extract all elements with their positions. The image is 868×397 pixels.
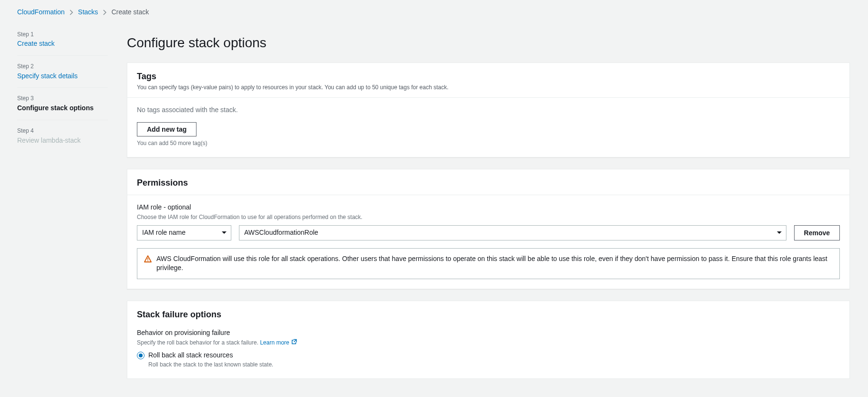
iam-role-name-value: AWSCloudformationRole (244, 228, 318, 238)
iam-role-name-select[interactable]: AWSCloudformationRole (239, 225, 786, 240)
breadcrumb-cloudformation[interactable]: CloudFormation (17, 8, 65, 17)
add-new-tag-button[interactable]: Add new tag (137, 122, 196, 136)
learn-more-link[interactable]: Learn more (260, 339, 297, 347)
svg-rect-0 (147, 258, 148, 260)
caret-down-icon (221, 231, 227, 235)
wizard-steps: Step 1 Create stack Step 2 Specify stack… (17, 31, 108, 379)
rollback-all-title: Roll back all stack resources (148, 351, 273, 360)
step-review: Review lambda-stack (17, 136, 108, 146)
behavior-label: Behavior on provisioning failure (137, 328, 840, 338)
svg-rect-1 (147, 260, 148, 261)
step-create-stack[interactable]: Create stack (17, 39, 108, 49)
permissions-card: Permissions IAM role - optional Choose t… (127, 169, 850, 289)
iam-role-hint: Choose the IAM role for CloudFormation t… (137, 213, 840, 221)
step-specify-details[interactable]: Specify stack details (17, 72, 108, 81)
step-number: Step 2 (17, 63, 108, 71)
chevron-right-icon (103, 10, 107, 15)
step-number: Step 1 (17, 31, 108, 39)
step-number: Step 4 (17, 127, 108, 135)
iam-role-warning-text: AWS CloudFormation will use this role fo… (156, 254, 833, 273)
iam-role-label: IAM role - optional (137, 203, 840, 212)
iam-role-type-value: IAM role name (142, 228, 186, 238)
rollback-all-radio[interactable] (137, 352, 145, 359)
tags-card: Tags You can specify tags (key-value pai… (127, 63, 850, 157)
tags-description: You can specify tags (key-value pairs) t… (137, 84, 840, 92)
chevron-right-icon (70, 10, 73, 15)
remove-role-button[interactable]: Remove (794, 225, 840, 240)
rollback-all-sub: Roll back the stack to the last known st… (148, 361, 273, 369)
caret-down-icon (776, 231, 782, 235)
step-configure-options: Configure stack options (17, 104, 108, 113)
iam-role-type-select[interactable]: IAM role name (137, 225, 231, 240)
warning-icon (144, 254, 152, 273)
stack-failure-heading: Stack failure options (137, 309, 840, 321)
tags-heading: Tags (137, 71, 840, 83)
permissions-heading: Permissions (137, 177, 840, 189)
step-number: Step 3 (17, 94, 108, 103)
external-link-icon (291, 339, 297, 347)
breadcrumb-current: Create stack (112, 8, 149, 17)
page-title: Configure stack options (127, 31, 850, 63)
stack-failure-card: Stack failure options Behavior on provis… (127, 301, 850, 379)
breadcrumb: CloudFormation Stacks Create stack (17, 8, 858, 17)
tags-empty-text: No tags associated with the stack. (137, 105, 840, 115)
iam-role-warning: AWS CloudFormation will use this role fo… (137, 248, 840, 279)
breadcrumb-stacks[interactable]: Stacks (78, 8, 98, 17)
behavior-hint: Specify the roll back behavior for a sta… (137, 339, 840, 347)
tags-limit-text: You can add 50 more tag(s) (137, 139, 840, 147)
